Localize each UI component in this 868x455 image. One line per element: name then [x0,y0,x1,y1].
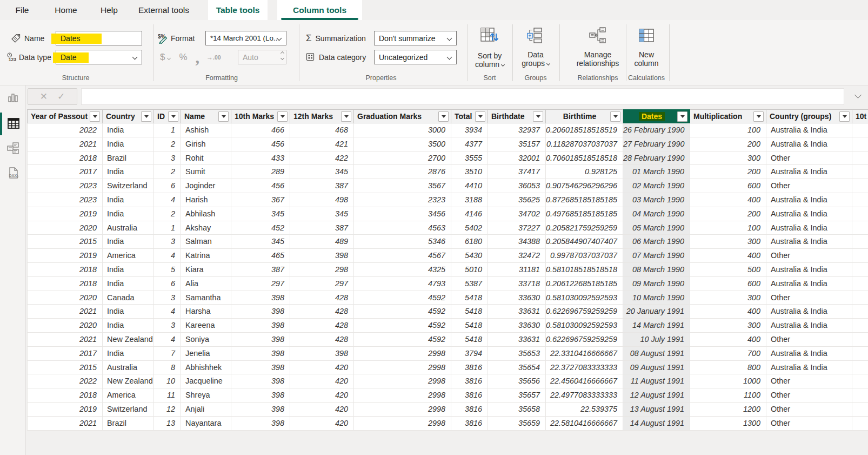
table-cell[interactable]: 3 [154,319,181,333]
table-cell[interactable]: 2 [154,207,181,221]
table-cell[interactable]: 12 [154,403,181,417]
table-cell[interactable]: 0.118287037037037 [546,137,623,151]
table-cell[interactable]: 0.581030092592593 [546,291,623,305]
table-cell[interactable]: 100 [690,123,766,137]
table-cell[interactable]: 0.928125 [546,165,623,179]
table-cell[interactable]: 2020 [27,221,103,235]
table-cell[interactable]: 498 [290,193,354,207]
table-cell[interactable]: 37227 [488,221,546,235]
table-cell[interactable]: 3934 [451,123,488,137]
filter-icon[interactable] [438,111,449,122]
table-cell[interactable]: 33718 [488,277,546,291]
table-cell[interactable]: 35658 [488,403,546,417]
table-cell[interactable]: 2022 [27,123,103,137]
table-cell[interactable]: 3 [154,235,181,249]
table-cell[interactable]: 09 August 1991 [623,361,690,375]
table-cell[interactable]: 0.622696759259259 [546,333,623,347]
table-cell[interactable]: 300 [690,235,766,249]
table-cell[interactable]: 34702 [488,207,546,221]
table-cell[interactable]: 2323 [354,193,451,207]
table-cell[interactable]: Girish [181,137,231,151]
table-cell[interactable]: 34388 [488,235,546,249]
table-cell[interactable]: Australia & India [766,263,852,277]
table-cell[interactable]: 08 August 1991 [623,347,690,361]
table-cell[interactable]: 08 March 1990 [623,263,690,277]
table-cell[interactable]: 2018 [27,388,103,403]
table-cell[interactable]: 7 [154,347,181,361]
table-cell[interactable]: Australia & India [766,347,852,361]
table-cell[interactable]: 31181 [488,263,546,277]
table-cell[interactable]: Other [766,417,852,431]
table-cell[interactable]: 200 [690,165,766,179]
table-cell[interactable]: 297 [231,277,290,291]
table-cell[interactable]: 6 [154,277,181,291]
table-cell[interactable]: 22.4560416666667 [546,374,623,388]
column-header-multiplication[interactable]: Multiplication [690,109,766,123]
table-cell[interactable]: 2020 [27,319,103,333]
table-cell[interactable]: 5 [154,263,181,277]
table-cell[interactable]: 11 August 1991 [623,374,690,388]
table-cell[interactable]: 4592 [354,319,451,333]
table-cell[interactable]: 2021 [27,417,103,431]
table-cell[interactable]: 456 [231,179,290,193]
table-cell[interactable]: 3 [154,291,181,305]
table-cell[interactable]: Salman [181,235,231,249]
confirm-icon[interactable]: ✓ [57,91,65,102]
table-cell[interactable]: 32001 [488,151,546,166]
table-cell[interactable] [852,305,868,319]
table-cell[interactable]: 5418 [451,333,488,347]
table-cell[interactable]: Other [766,151,852,166]
table-cell[interactable]: 387 [231,263,290,277]
table-cell[interactable]: 4 [154,333,181,347]
table-cell[interactable]: Switzerland [103,179,154,193]
column-header-id[interactable]: ID [154,109,181,123]
table-cell[interactable]: 27 February 1990 [623,137,690,151]
table-cell[interactable]: Alia [181,277,231,291]
table-cell[interactable]: Australia & India [766,235,852,249]
table-cell[interactable]: 36053 [488,179,546,193]
table-cell[interactable]: India [103,305,154,319]
filter-icon[interactable] [610,111,620,122]
filter-icon[interactable] [277,111,288,122]
table-cell[interactable]: 5418 [451,305,488,319]
table-cell[interactable]: Shreya [181,388,231,403]
table-cell[interactable]: 600 [690,179,766,193]
table-cell[interactable]: 13 [154,417,181,431]
table-cell[interactable]: 3555 [451,151,488,166]
table-cell[interactable]: 398 [231,333,290,347]
table-cell[interactable]: Australia [103,221,154,235]
table-cell[interactable] [852,388,868,403]
table-cell[interactable]: 0.622696759259259 [546,305,623,319]
table-cell[interactable]: 420 [290,361,354,375]
table-cell[interactable]: 2018 [27,151,103,166]
table-cell[interactable]: Australia & India [766,123,852,137]
table-cell[interactable]: 3 [154,151,181,166]
table-cell[interactable]: 100 [690,221,766,235]
table-cell[interactable]: 2020 [27,291,103,305]
table-cell[interactable]: 26 February 1990 [623,123,690,137]
table-cell[interactable]: Abhishhek [181,361,231,375]
table-cell[interactable]: 2018 [27,277,103,291]
summarization-select[interactable]: Don't summarize [374,31,457,45]
table-cell[interactable]: 2015 [27,235,103,249]
table-cell[interactable]: 35657 [488,388,546,403]
table-cell[interactable]: 298 [290,263,354,277]
table-cell[interactable]: 0.581018518518518 [546,263,623,277]
table-cell[interactable]: Other [766,403,852,417]
table-cell[interactable]: 22.3727083333333 [546,361,623,375]
table-cell[interactable]: 0.206122685185185 [546,277,623,291]
column-header-country-groups-[interactable]: Country (groups) [766,109,852,123]
table-cell[interactable]: India [103,123,154,137]
table-cell[interactable]: 428 [290,333,354,347]
table-cell[interactable]: 0.581030092592593 [546,319,623,333]
table-cell[interactable]: 6 [154,179,181,193]
table-cell[interactable]: 10 July 1991 [623,333,690,347]
table-cell[interactable]: 5430 [451,249,488,263]
table-cell[interactable]: 2998 [354,388,451,403]
table-cell[interactable]: 200 [690,137,766,151]
table-cell[interactable]: 4 [154,305,181,319]
table-cell[interactable]: 5418 [451,319,488,333]
table-cell[interactable]: 400 [690,249,766,263]
table-cell[interactable]: Rohit [181,151,231,166]
table-cell[interactable]: 422 [290,151,354,166]
